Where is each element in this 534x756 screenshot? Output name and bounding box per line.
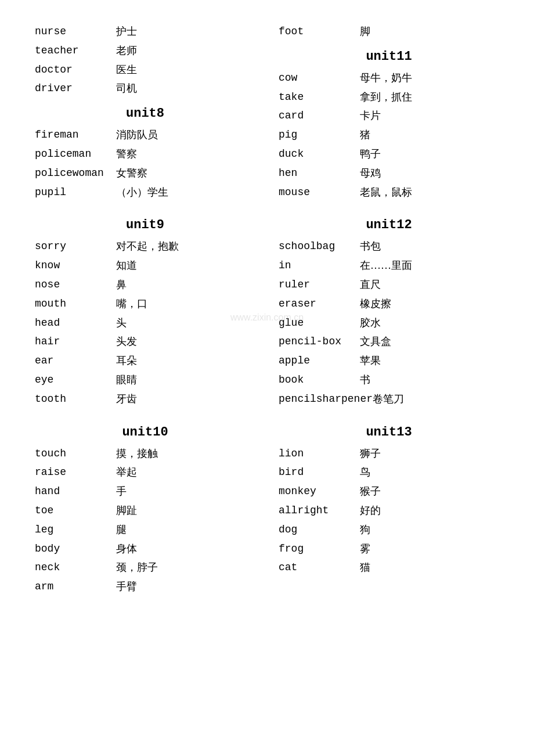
chinese-translation: 鸭子 [360,146,381,163]
chinese-translation: 卷笔刀 [373,391,404,408]
list-item: leg腿 [35,521,255,538]
unit12-title: unit12 [279,218,499,232]
list-item: doctor医生 [35,62,255,78]
chinese-translation: 好的 [360,502,381,519]
chinese-translation: 医生 [116,62,137,78]
english-word: body [35,541,116,557]
english-word: pig [279,127,360,143]
unit10-title: unit10 [35,425,255,440]
chinese-translation: 鸟 [360,464,370,481]
english-word: foot [279,23,360,40]
list-item: book书 [279,372,499,388]
list-item: monkey猴子 [279,483,499,500]
list-item: teacher老师 [35,42,255,59]
list-item: driver司机 [35,80,255,97]
chinese-translation: 书包 [360,238,381,255]
chinese-translation: 牙齿 [116,391,137,408]
chinese-translation: 母牛，奶牛 [360,70,412,87]
english-word: pupil [35,184,116,201]
list-item: frog雾 [279,541,499,557]
list-item: take拿到，抓住 [279,89,499,106]
list-item: eye眼睛 [35,372,255,388]
english-word: cat [279,559,360,576]
english-word: schoolbag [279,238,360,255]
english-word: eye [35,372,116,388]
chinese-translation: 直尺 [360,276,381,293]
english-word: tooth [35,391,116,408]
list-item: nurse护士 [35,23,255,40]
english-word: lion [279,445,360,462]
chinese-translation: 头 [116,315,127,332]
chinese-translation: 嘴，口 [116,296,147,312]
list-item: pupil（小）学生 [35,184,255,201]
english-word: mouse [279,184,360,201]
chinese-translation: 苹果 [360,352,381,369]
english-word: teacher [35,42,116,59]
english-word: fireman [35,127,116,143]
english-word: nose [35,276,116,293]
list-item: cow母牛，奶牛 [279,70,499,87]
chinese-translation: 腿 [116,521,127,538]
english-word: toe [35,502,116,519]
chinese-translation: （小）学生 [116,184,168,201]
right-column: foot脚 unit11 cow母牛，奶牛take拿到，抓住card卡片pig猪… [267,23,499,613]
english-word: nurse [35,23,116,40]
english-word: pencil-box [279,333,360,350]
english-word: hand [35,483,116,500]
english-word: monkey [279,483,360,500]
list-item: schoolbag书包 [279,238,499,255]
chinese-translation: 猴子 [360,483,381,500]
list-item: ear耳朵 [35,352,255,369]
chinese-translation: 眼睛 [116,372,137,388]
chinese-translation: 鼻 [116,276,127,293]
list-item: glue胶水 [279,315,499,332]
english-word: bird [279,464,360,481]
intro-section: nurse护士teacher老师doctor医生driver司机 [35,23,255,97]
list-item: eraser橡皮擦 [279,296,499,312]
list-item: head头 [35,315,255,332]
foot-section: foot脚 [279,23,499,40]
unit9-title: unit9 [35,218,255,232]
unit13-title: unit13 [279,425,499,440]
chinese-translation: 对不起，抱歉 [116,238,179,255]
list-item: fireman消防队员 [35,127,255,143]
chinese-translation: 司机 [116,80,137,97]
list-item: in在……里面 [279,257,499,274]
list-item: dog狗 [279,521,499,538]
list-item: pencil-box文具盒 [279,333,499,350]
chinese-translation: 警察 [116,146,137,163]
chinese-translation: 老师 [116,42,137,59]
list-item: nose鼻 [35,276,255,293]
unit11-title: unit11 [279,49,499,64]
english-word: dog [279,521,360,538]
chinese-translation: 猪 [360,127,370,143]
chinese-translation: 女警察 [116,165,147,182]
list-item: raise举起 [35,464,255,481]
english-word: eraser [279,296,360,312]
chinese-translation: 在……里面 [360,257,412,274]
unit13-section: unit13 lion狮子bird鸟monkey猴子allright好的dog狗… [279,425,499,577]
chinese-translation: 手 [116,483,127,500]
list-item: touch摸，接触 [35,445,255,462]
unit8-section: unit8 fireman消防队员policeman警察policewoman女… [35,106,255,200]
chinese-translation: 卡片 [360,107,381,124]
left-column: nurse护士teacher老师doctor医生driver司机 unit8 f… [35,23,267,613]
chinese-translation: 头发 [116,333,137,350]
english-word: cow [279,70,360,87]
english-word: hair [35,333,116,350]
english-word: driver [35,80,116,97]
english-word: policeman [35,146,116,163]
list-item: know知道 [35,257,255,274]
english-word: duck [279,146,360,163]
list-item: ruler直尺 [279,276,499,293]
list-item: policeman警察 [35,146,255,163]
english-word: book [279,372,360,388]
list-item: cat猫 [279,559,499,576]
chinese-translation: 耳朵 [116,352,137,369]
english-word: neck [35,559,116,576]
chinese-translation: 老鼠，鼠标 [360,184,412,201]
list-item: mouse老鼠，鼠标 [279,184,499,201]
unit12-section: unit12 schoolbag书包in在……里面ruler直尺eraser橡皮… [279,218,499,407]
chinese-translation: 母鸡 [360,165,381,182]
chinese-translation: 雾 [360,541,370,557]
